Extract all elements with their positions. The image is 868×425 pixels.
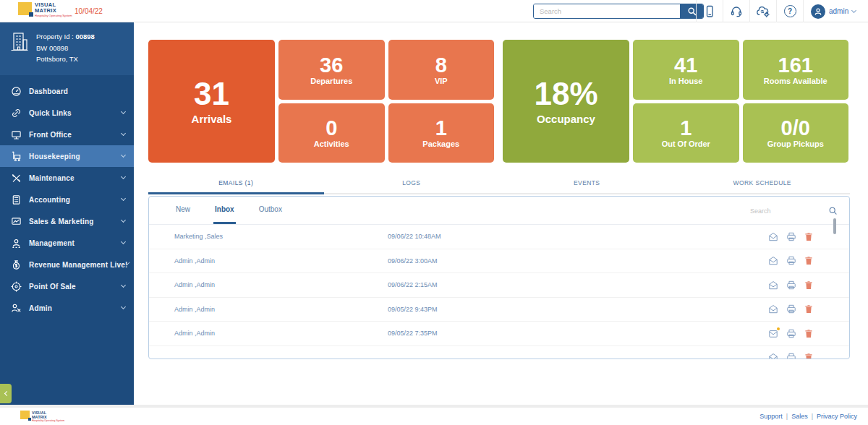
calculator-icon <box>10 194 22 205</box>
trash-icon[interactable] <box>804 304 813 314</box>
search-input[interactable] <box>534 4 680 18</box>
rooms-available-tile[interactable]: 161 Rooms Available <box>743 40 849 100</box>
chevron-down-icon <box>121 304 126 309</box>
business-date: 10/04/22 <box>75 7 103 15</box>
sidebar-item-dashboard[interactable]: Dashboard <box>0 80 134 102</box>
group-pickups-tile[interactable]: 0/0 Group Pickups <box>743 103 849 163</box>
departures-tile[interactable]: 36 Departures <box>278 40 385 100</box>
occupancy-tile[interactable]: 18% Occupancy <box>503 40 629 163</box>
help-button[interactable]: ? <box>776 0 803 22</box>
tab-emails[interactable]: EMAILS (1) <box>148 173 324 194</box>
occupancy-value: 18% <box>534 77 597 111</box>
sidebar-item-revenue-management[interactable]: Revenue Management Live! <box>0 254 134 275</box>
trash-icon[interactable] <box>804 280 813 290</box>
printer-icon[interactable] <box>786 304 796 314</box>
sidebar-item-housekeeping[interactable]: Housekeeping <box>0 145 134 167</box>
dashboard-icon <box>10 86 22 97</box>
arrivals-tile-group: 31 Arrivals 36 Departures 8 VIP 0 Activi… <box>148 40 494 163</box>
property-id: Property Id : 00898 <box>36 31 95 43</box>
emails-panel: New Inbox Outbox Marketing ,Sales 09/06/… <box>148 196 850 359</box>
subtab-new[interactable]: New <box>174 197 192 224</box>
chevron-down-icon <box>121 109 126 114</box>
trash-icon[interactable] <box>804 232 813 241</box>
chevron-down-icon <box>121 153 126 158</box>
avatar <box>811 4 825 19</box>
sidebar-menu: Dashboard Quick Links Front Office <box>0 80 134 319</box>
search-icon <box>687 7 697 16</box>
monitor-icon <box>10 129 22 140</box>
subtab-inbox[interactable]: Inbox <box>213 197 236 224</box>
printer-icon[interactable] <box>786 329 796 338</box>
printer-icon[interactable] <box>786 232 796 241</box>
privacy-policy-link[interactable]: Privacy Policy <box>817 413 857 420</box>
arrivals-value: 31 <box>194 77 229 111</box>
sidebar-item-admin[interactable]: Admin <box>0 297 134 319</box>
activities-tile[interactable]: 0 Activities <box>278 103 385 163</box>
sidebar-item-management[interactable]: Management <box>0 232 134 254</box>
email-subtabs: New Inbox Outbox <box>149 197 849 225</box>
sidebar-item-front-office[interactable]: Front Office <box>0 124 134 145</box>
sales-link[interactable]: Sales <box>791 413 808 420</box>
email-search-input[interactable] <box>750 207 822 215</box>
scrollbar[interactable] <box>833 218 836 234</box>
support-button[interactable] <box>723 0 749 22</box>
sidebar-item-quick-links[interactable]: Quick Links <box>0 102 134 124</box>
trash-icon[interactable] <box>804 329 813 338</box>
link-icon <box>10 108 22 119</box>
vip-tile[interactable]: 8 VIP <box>388 40 495 100</box>
open-envelope-icon[interactable] <box>768 353 778 359</box>
open-envelope-icon[interactable] <box>768 280 778 290</box>
printer-icon[interactable] <box>786 353 796 359</box>
email-row[interactable]: Admin ,Admin 09/06/22 2:15AM <box>149 273 849 298</box>
tab-logs[interactable]: LOGS <box>324 173 500 194</box>
occupancy-label: Occupancy <box>537 113 595 125</box>
email-row[interactable]: Admin ,Admin 09/05/22 9:43PM <box>149 298 849 322</box>
sidebar: Property Id : 00898 BW 00898 Pottsboro, … <box>0 22 134 405</box>
headset-icon <box>730 5 743 17</box>
housekeeping-cart-icon <box>10 151 22 162</box>
email-row[interactable] <box>149 346 849 360</box>
tools-icon <box>10 173 22 184</box>
logo-line2: MATRIX <box>35 8 72 14</box>
unread-envelope-icon[interactable] <box>768 329 778 338</box>
sidebar-item-sales-marketing[interactable]: Sales & Marketing <box>0 210 134 232</box>
tab-events[interactable]: EVENTS <box>499 173 675 194</box>
sidebar-collapse-button[interactable] <box>0 384 12 403</box>
search-icon <box>828 206 838 215</box>
sidebar-item-maintenance[interactable]: Maintenance <box>0 167 134 189</box>
arrivals-label: Arrivals <box>192 113 232 125</box>
printer-icon[interactable] <box>786 280 796 290</box>
arrivals-tile[interactable]: 31 Arrivals <box>148 40 275 163</box>
email-row[interactable]: Admin ,Admin 09/05/22 7:35PM <box>149 322 849 346</box>
admin-key-icon <box>10 303 22 314</box>
page-footer: VISUAL MATRIX Hospitality Operating Syst… <box>0 405 868 425</box>
email-row[interactable]: Marketing ,Sales 09/06/22 10:48AM <box>149 225 849 249</box>
building-icon <box>10 31 29 65</box>
target-icon <box>10 281 22 292</box>
email-row[interactable]: Admin ,Admin 09/06/22 3:00AM <box>149 249 849 274</box>
trash-icon[interactable] <box>804 353 813 359</box>
mobile-app-button[interactable] <box>696 0 723 22</box>
printer-icon[interactable] <box>786 256 796 265</box>
open-envelope-icon[interactable] <box>768 256 778 265</box>
out-of-order-tile[interactable]: 1 Out Of Order <box>633 103 739 163</box>
trash-icon[interactable] <box>804 256 813 265</box>
assistant-button[interactable] <box>749 0 776 22</box>
chevron-down-icon <box>121 196 126 201</box>
in-house-tile[interactable]: 41 In House <box>633 40 739 100</box>
packages-tile[interactable]: 1 Packages <box>388 103 495 163</box>
sidebar-item-point-of-sale[interactable]: Point Of Sale <box>0 275 134 297</box>
visual-matrix-logo: VISUAL MATRIX Hospitality Operating Syst… <box>18 2 72 17</box>
open-envelope-icon[interactable] <box>768 232 778 241</box>
tab-work-schedule[interactable]: WORK SCHEDULE <box>675 173 851 194</box>
user-menu[interactable]: admin <box>803 0 866 22</box>
org-icon <box>10 238 22 249</box>
open-envelope-icon[interactable] <box>768 304 778 314</box>
sidebar-item-accounting[interactable]: Accounting <box>0 189 134 210</box>
chevron-left-icon <box>4 391 9 396</box>
user-name: admin <box>829 7 848 15</box>
subtab-outbox[interactable]: Outbox <box>258 197 284 224</box>
global-search <box>533 4 704 19</box>
support-link[interactable]: Support <box>760 413 783 420</box>
property-name: BW 00898 <box>36 43 95 54</box>
